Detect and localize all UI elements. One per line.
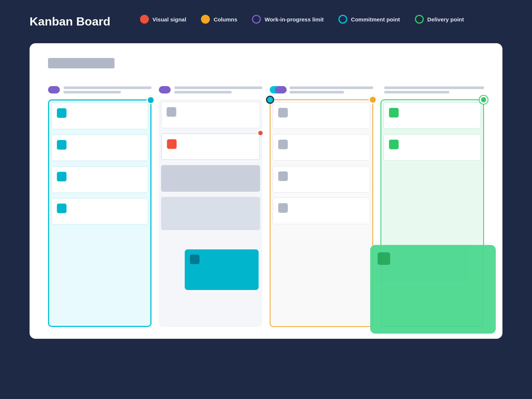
- col4-header: [381, 83, 484, 96]
- legend-item-wip-limit: Work-in-progress limit: [252, 15, 324, 24]
- legend-item-columns: Columns: [201, 15, 237, 24]
- card-3-4[interactable]: [273, 198, 370, 224]
- col2-badge: [159, 86, 171, 93]
- col2-header: [159, 83, 262, 96]
- col2-line-1: [174, 86, 262, 89]
- col1-cards: [48, 99, 151, 327]
- commitment-dot-col3: [266, 96, 274, 104]
- card-2-2-icon: [167, 139, 177, 149]
- card-2-1-icon: [167, 107, 176, 117]
- visual-signal-dot: [257, 130, 264, 136]
- card-1-2-icon: [57, 140, 66, 150]
- col1-header: [48, 83, 151, 96]
- visual-signal-icon: [140, 15, 149, 24]
- card-2-2-container: [161, 133, 260, 163]
- card-1-4[interactable]: [51, 198, 148, 225]
- col4-cards: [381, 99, 484, 327]
- col3-badges: [270, 85, 286, 94]
- board-card: [30, 43, 502, 339]
- card-ghost: [161, 165, 260, 192]
- legend: Visual signal Columns Work-in-progress l…: [140, 15, 464, 24]
- page-title: Kanban Board: [30, 15, 110, 28]
- commitment-point-icon: [338, 15, 347, 24]
- card-4-2[interactable]: [383, 134, 481, 161]
- col1-line-1: [64, 86, 151, 89]
- col3-cards: [270, 99, 373, 327]
- card-1-2[interactable]: [51, 134, 148, 161]
- columns-icon: [201, 15, 210, 24]
- page-header: Kanban Board Visual signal Columns Work-…: [0, 0, 532, 36]
- column-1: [48, 83, 151, 327]
- card-3-1-icon: [278, 108, 288, 117]
- col1-line-2: [64, 91, 121, 93]
- col1-title-lines: [64, 86, 151, 93]
- col4-line-2: [384, 91, 449, 93]
- dragged-card[interactable]: [185, 249, 259, 290]
- delivery-overlay: [370, 245, 496, 334]
- col3-title-lines: [290, 86, 373, 93]
- card-1-4-icon: [57, 204, 66, 213]
- board-title-bar: [48, 58, 115, 68]
- column-2: [159, 83, 262, 327]
- visual-signal-label: Visual signal: [153, 16, 186, 23]
- delivery-point-label: Delivery point: [427, 16, 464, 23]
- delivery-dot-col4: [480, 96, 488, 104]
- col3-line-1: [290, 86, 373, 89]
- legend-row-2: Commitment point Delivery point: [338, 15, 464, 24]
- card-4-1-icon: [389, 108, 399, 117]
- card-4-2-icon: [389, 140, 399, 149]
- card-1-1-icon: [57, 108, 66, 118]
- card-3-4-icon: [278, 203, 288, 213]
- wip-limit-label: Work-in-progress limit: [265, 16, 324, 23]
- card-ghost-2: [161, 197, 260, 230]
- wip-limit-icon: [252, 15, 261, 24]
- card-1-3-icon: [57, 172, 66, 181]
- col3-badge-2: [275, 86, 287, 93]
- dragged-card-icon: [190, 255, 200, 264]
- legend-item-delivery: Delivery point: [415, 15, 464, 24]
- legend-item-visual-signal: Visual signal: [140, 15, 186, 24]
- col2-cards: [159, 99, 262, 327]
- delivery-point-icon: [415, 15, 424, 24]
- wip-dot-col3: [369, 96, 377, 104]
- col4-title-lines: [384, 86, 484, 93]
- board-area: [48, 83, 484, 327]
- card-3-2[interactable]: [273, 134, 370, 161]
- delivery-overlay-icon: [378, 252, 390, 265]
- card-2-1[interactable]: [161, 102, 260, 128]
- card-4-1[interactable]: [383, 102, 481, 129]
- card-1-3[interactable]: [51, 166, 148, 193]
- card-3-1[interactable]: [273, 102, 370, 129]
- col3-line-2: [290, 91, 344, 93]
- card-2-2[interactable]: [161, 133, 260, 160]
- col1-badge: [48, 86, 60, 93]
- columns-label: Columns: [214, 16, 237, 23]
- column-4: [381, 83, 484, 327]
- card-3-3-icon: [278, 171, 288, 181]
- card-3-2-icon: [278, 140, 288, 149]
- col2-title-lines: [174, 86, 262, 93]
- col2-line-2: [174, 91, 232, 93]
- card-1-1[interactable]: [51, 103, 148, 129]
- commitment-point-label: Commitment point: [351, 16, 400, 23]
- commitment-dot-col1: [147, 96, 155, 104]
- legend-item-commitment: Commitment point: [338, 15, 400, 24]
- col3-header: [270, 83, 373, 96]
- legend-row-1: Visual signal Columns Work-in-progress l…: [140, 15, 324, 24]
- column-3: [270, 83, 373, 327]
- card-3-3[interactable]: [273, 166, 370, 192]
- col4-line-1: [384, 86, 484, 89]
